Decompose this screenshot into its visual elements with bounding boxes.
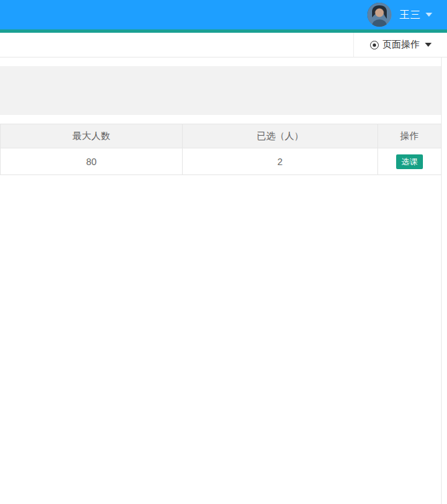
select-course-button[interactable]: 选课	[396, 154, 423, 169]
column-header-max-people: 最大人数	[1, 124, 183, 148]
toolbar: 页面操作	[0, 33, 447, 57]
column-header-actions: 操作	[378, 124, 442, 148]
page-actions-dropdown[interactable]: 页面操作	[353, 33, 447, 57]
filter-panel	[0, 66, 441, 115]
page-actions-label: 页面操作	[383, 39, 420, 51]
course-table: 最大人数 已选（人） 操作 80 2 选课	[0, 124, 442, 175]
user-avatar[interactable]	[367, 3, 391, 27]
table-row: 80 2 选课	[1, 148, 442, 175]
cell-selected-people: 2	[183, 148, 378, 175]
content-area: 最大人数 已选（人） 操作 80 2 选课	[0, 57, 442, 504]
radio-dot-icon	[370, 41, 379, 49]
cell-actions: 选课	[378, 148, 442, 175]
user-menu[interactable]: 王三	[367, 3, 432, 27]
top-navbar: 王三	[0, 0, 447, 29]
table-header-row: 最大人数 已选（人） 操作	[1, 124, 442, 148]
chevron-down-icon	[425, 43, 432, 47]
username-label: 王三	[399, 9, 421, 21]
column-header-selected-people: 已选（人）	[183, 124, 378, 148]
chevron-down-icon	[426, 13, 432, 17]
cell-max-people: 80	[1, 148, 183, 175]
avatar-image	[367, 3, 391, 27]
